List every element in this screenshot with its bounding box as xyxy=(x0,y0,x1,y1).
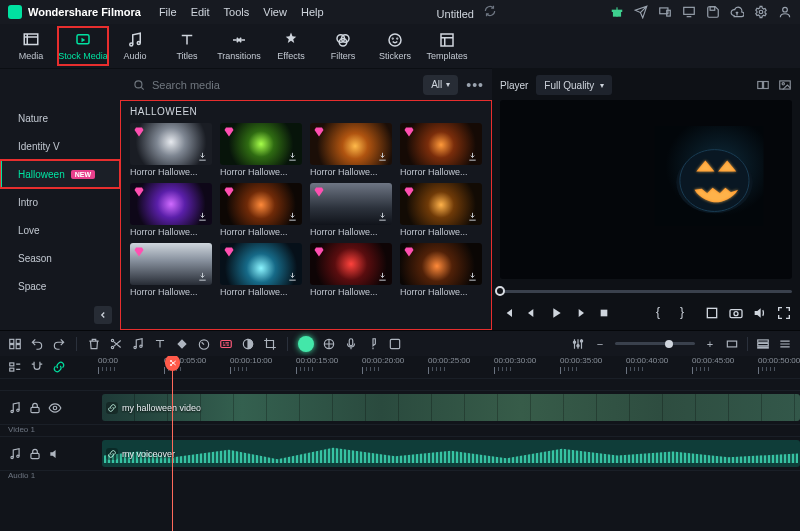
filter-all[interactable]: All ▾ xyxy=(423,75,458,95)
stock-card[interactable]: Horror Hallowe... xyxy=(130,183,212,237)
zoom-fit-icon[interactable] xyxy=(725,337,739,351)
more-tools-icon[interactable] xyxy=(388,337,402,351)
playhead[interactable] xyxy=(172,356,173,531)
stock-card[interactable]: Horror Hallowe... xyxy=(220,243,302,297)
devices-icon[interactable] xyxy=(658,5,672,19)
voiceover-icon[interactable] xyxy=(344,337,358,351)
stop-button[interactable] xyxy=(596,305,612,321)
crop-tool-icon[interactable] xyxy=(263,337,277,351)
crop-button[interactable] xyxy=(704,305,720,321)
stock-card[interactable]: Horror Hallowe... xyxy=(130,123,212,177)
download-icon[interactable] xyxy=(197,151,208,162)
stock-card[interactable]: Horror Hallowe... xyxy=(310,123,392,177)
visibility-icon[interactable] xyxy=(48,401,62,415)
tab-stickers[interactable]: Stickers xyxy=(370,27,420,65)
audio-track-icon[interactable] xyxy=(8,447,22,461)
next-frame-button[interactable] xyxy=(572,305,588,321)
mark-in-button[interactable]: { xyxy=(656,305,672,321)
download-icon[interactable] xyxy=(197,211,208,222)
sidebar-item-identity-v[interactable]: Identity V xyxy=(0,132,120,160)
download-icon[interactable] xyxy=(467,211,478,222)
mute-icon[interactable] xyxy=(48,447,62,461)
record-button[interactable] xyxy=(298,336,314,352)
more-options-icon[interactable]: ••• xyxy=(466,77,484,93)
lock-icon[interactable] xyxy=(28,401,42,415)
scrubber-knob[interactable] xyxy=(495,286,505,296)
download-icon[interactable] xyxy=(377,271,388,282)
cloud-sync-icon[interactable] xyxy=(483,4,497,18)
subtitle-icon[interactable] xyxy=(219,337,233,351)
download-icon[interactable] xyxy=(287,151,298,162)
play-button[interactable] xyxy=(548,305,564,321)
video-track[interactable]: Video 1 my halloween video xyxy=(0,390,800,424)
sidebar-item-intro[interactable]: Intro xyxy=(0,188,120,216)
sidebar-item-nature[interactable]: Nature xyxy=(0,104,120,132)
tab-effects[interactable]: Effects xyxy=(266,27,316,65)
mixer-icon[interactable] xyxy=(571,337,585,351)
magnet-icon[interactable] xyxy=(30,360,44,374)
download-icon[interactable] xyxy=(377,211,388,222)
stock-card[interactable]: Horror Hallowe... xyxy=(220,183,302,237)
send-icon[interactable] xyxy=(634,5,648,19)
zoom-out-icon[interactable]: − xyxy=(593,337,607,351)
color-icon[interactable] xyxy=(241,337,255,351)
time-ruler[interactable]: 00:00 00:00:05:00 00:00:10:00 00:00:15:0… xyxy=(98,356,800,378)
menu-view[interactable]: View xyxy=(263,6,287,18)
download-icon[interactable] xyxy=(197,271,208,282)
sidebar-item-halloween[interactable]: Halloween NEW xyxy=(0,160,120,188)
timeline-settings-icon[interactable] xyxy=(778,337,792,351)
audio-clip[interactable]: my voiceover xyxy=(102,440,800,467)
audio-beat-icon[interactable] xyxy=(131,337,145,351)
menu-tools[interactable]: Tools xyxy=(224,6,250,18)
tab-stock-media[interactable]: Stock Media xyxy=(58,27,108,65)
stock-card[interactable]: Horror Hallowe... xyxy=(130,243,212,297)
audio-track[interactable]: Audio 1 my voiceover xyxy=(0,436,800,470)
stock-card[interactable]: Horror Hallowe... xyxy=(310,243,392,297)
timeline-layout-icon[interactable] xyxy=(756,337,770,351)
chroma-key-icon[interactable] xyxy=(322,337,336,351)
download-icon[interactable] xyxy=(377,151,388,162)
snapshot-button[interactable] xyxy=(728,305,744,321)
stock-card[interactable]: Horror Hallowe... xyxy=(400,183,482,237)
monitor-icon[interactable] xyxy=(682,5,696,19)
account-icon[interactable] xyxy=(778,5,792,19)
stock-card[interactable]: Horror Hallowe... xyxy=(310,183,392,237)
sidebar-item-season[interactable]: Season xyxy=(0,244,120,272)
picture-icon[interactable] xyxy=(778,78,792,92)
prev-frame-button[interactable] xyxy=(524,305,540,321)
tab-media[interactable]: Media xyxy=(6,27,56,65)
zoom-knob[interactable] xyxy=(665,340,673,348)
zoom-slider[interactable] xyxy=(615,342,695,345)
menu-help[interactable]: Help xyxy=(301,6,324,18)
track-manage-icon[interactable] xyxy=(8,360,22,374)
zoom-in-icon[interactable]: + xyxy=(703,337,717,351)
stock-card[interactable]: Horror Hallowe... xyxy=(400,123,482,177)
menu-edit[interactable]: Edit xyxy=(191,6,210,18)
tab-templates[interactable]: Templates xyxy=(422,27,472,65)
quality-dropdown[interactable]: Full Quality ▾ xyxy=(536,75,612,95)
tab-audio[interactable]: Audio xyxy=(110,27,160,65)
sidebar-item-space[interactable]: Space xyxy=(0,272,120,300)
layout-icon[interactable] xyxy=(8,337,22,351)
download-icon[interactable] xyxy=(467,271,478,282)
playhead-handle[interactable] xyxy=(165,356,180,371)
tab-transitions[interactable]: Transitions xyxy=(214,27,264,65)
text-icon[interactable] xyxy=(153,337,167,351)
video-clip[interactable]: my halloween video xyxy=(102,394,800,421)
redo-icon[interactable] xyxy=(52,337,66,351)
menu-file[interactable]: File xyxy=(159,6,177,18)
stock-card[interactable]: Horror Hallowe... xyxy=(220,123,302,177)
lock-icon[interactable] xyxy=(28,447,42,461)
link-icon[interactable] xyxy=(52,360,66,374)
go-start-button[interactable] xyxy=(500,305,516,321)
save-icon[interactable] xyxy=(706,5,720,19)
delete-icon[interactable] xyxy=(87,337,101,351)
volume-button[interactable] xyxy=(752,305,768,321)
keyframe-icon[interactable] xyxy=(175,337,189,351)
split-icon[interactable] xyxy=(109,337,123,351)
tab-titles[interactable]: Titles xyxy=(162,27,212,65)
undo-icon[interactable] xyxy=(30,337,44,351)
timeline[interactable]: 00:00 00:00:05:00 00:00:10:00 00:00:15:0… xyxy=(0,356,800,531)
download-icon[interactable] xyxy=(287,211,298,222)
fullscreen-button[interactable] xyxy=(776,305,792,321)
